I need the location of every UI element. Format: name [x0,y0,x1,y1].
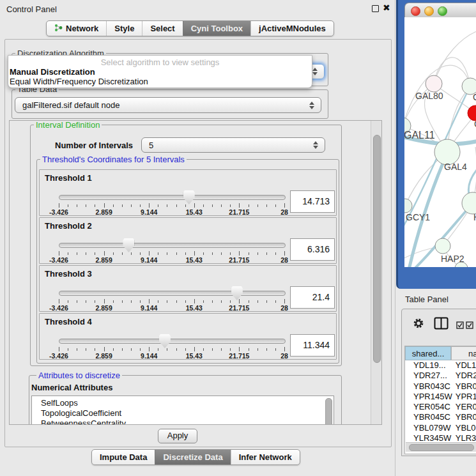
table-row[interactable]: YBL079WYBL0 [405,423,476,433]
threshold-value-field[interactable]: 11.344 [290,334,335,357]
network-view-window[interactable]: GAL80GACGAL11GAL4GCY1HHAP2 [396,0,476,289]
list-scrollbar[interactable] [325,398,332,425]
scrollbar-thumb[interactable] [409,444,474,451]
slider-tick [284,251,285,256]
network-node[interactable] [435,238,450,254]
slider-tick [221,300,222,303]
minimize-light[interactable] [424,6,434,16]
dropdown-option-manual-discretization[interactable]: Manual Discretization [8,67,312,77]
checkbox-icon[interactable] [456,320,464,332]
tab-network[interactable]: Network [47,21,106,36]
slider-thumb[interactable] [183,190,195,204]
tab-select[interactable]: Select [142,21,182,36]
slider-tick [203,348,204,351]
table-row[interactable]: YDR27...YDR2 [405,371,476,381]
cell-name[interactable]: YER0 [453,402,476,412]
column-header-shared-name[interactable]: shared... [405,346,451,360]
float-window-icon[interactable] [372,5,379,12]
tab-cyni-toolbox[interactable]: Cyni Toolbox [183,21,250,36]
slider-thumb[interactable] [231,286,243,300]
cell-name[interactable]: YDL1 [453,360,476,371]
slider-scale-label: 15.43 [186,304,203,312]
checkbox-icon[interactable] [466,320,473,332]
attribute-list-item[interactable]: TopologicalCoefficient [32,408,334,418]
tab-style[interactable]: Style [106,21,142,36]
slider-scale-label: 21.715 [229,352,249,360]
tab-impute-data[interactable]: Impute Data [92,450,155,464]
cell-shared-name[interactable]: YDL19... [405,360,453,371]
threshold-label: Threshold 3 [45,269,92,279]
table-row[interactable]: YPR145WYPR1 [405,392,476,402]
table-data-combobox[interactable]: galFiltered.sif default node [15,97,321,113]
attributes-group-title: Attributes to discretize [36,371,122,380]
table-row[interactable]: YDL19...YDL1 [405,360,476,371]
node-label-gcy1: GCY1 [406,212,430,222]
slider-tick [167,204,167,207]
control-panel-tabbar: Network Style Select Cyni Toolbox jActiv… [46,20,334,36]
apply-button[interactable]: Apply [158,429,197,443]
network-node[interactable] [462,192,476,214]
cell-name[interactable]: YBR0 [453,381,476,392]
cell-name[interactable]: YBR0 [453,412,476,422]
cell-shared-name[interactable]: YDR27... [405,371,453,381]
network-window-titlebar[interactable] [404,3,476,19]
threshold-value-field[interactable]: 6.316 [290,238,335,261]
close-icon[interactable]: ✖ [383,3,390,13]
cell-name[interactable]: YBL0 [453,423,476,433]
slider-track[interactable] [59,243,286,248]
table-row[interactable]: YBR043CYBR0 [405,381,476,392]
network-canvas[interactable]: GAL80GACGAL11GAL4GCY1HHAP2 [404,17,476,267]
column-header-name[interactable]: na [451,346,476,360]
slider-tick [266,348,267,351]
slider-tick [203,252,204,255]
table-row[interactable]: YBR045CYBR0 [405,412,476,422]
tab-infer-network[interactable]: Infer Network [231,450,300,464]
table-row[interactable]: YER054CYER0 [405,402,476,412]
slider-tick [77,300,77,303]
cell-name[interactable]: YPR1 [453,392,476,402]
slider-track[interactable] [59,195,286,200]
cell-shared-name[interactable]: YBL079W [405,423,453,433]
network-edge[interactable] [434,30,476,84]
network-node[interactable] [434,139,460,165]
slider-thumb[interactable] [123,238,134,252]
gear-icon[interactable] [413,318,424,332]
slider-track[interactable] [59,291,286,296]
cell-shared-name[interactable]: YBR045C [405,412,453,422]
slider-tick [113,252,114,255]
cell-shared-name[interactable]: YPR145W [405,392,453,402]
cell-shared-name[interactable]: YBR043C [405,381,453,392]
slider-tick [284,347,285,351]
tab-discretize-data[interactable]: Discretize Data [155,450,230,464]
slider-thumb[interactable] [159,334,171,348]
attribute-list-item[interactable]: BetweennessCentrality [32,418,334,425]
slider-tick [158,348,158,351]
zoom-light[interactable] [438,6,447,16]
number-of-intervals-combobox[interactable]: 5 [141,137,325,153]
settings-vertical-scrollbar[interactable] [371,121,381,424]
slider-tick [158,300,158,303]
threshold-value-field[interactable]: 14.713 [290,190,335,213]
cell-name[interactable]: YDR2 [453,371,476,381]
table-horizontal-scrollbar[interactable] [406,442,476,452]
close-light[interactable] [411,6,420,16]
attribute-list-item[interactable]: SelfLoops [32,398,334,408]
split-columns-icon[interactable] [434,317,449,332]
cell-shared-name[interactable]: YER054C [405,402,453,412]
slider-tick [275,348,276,351]
slider-scale-label: 21.715 [229,304,249,312]
tab-jactivemnodules[interactable]: jActiveMNodules [250,21,334,36]
network-node[interactable] [426,75,442,92]
table-panel: shared... na YDL19...YDL1YDR27...YDR2YBR… [401,309,476,456]
slider-tick [77,204,77,207]
slider-tick [95,300,95,303]
slider-tick [266,252,267,255]
slider-tick [104,251,105,256]
network-graph[interactable]: GAL80GACGAL11GAL4GCY1HHAP2 [404,17,476,267]
threshold-row: Threshold 3 -3.4262.8599.14415.4321.7152… [39,265,337,312]
slider-tick [239,251,240,256]
scrollbar-thumb[interactable] [373,135,381,363]
slider-track[interactable] [59,339,286,344]
threshold-value-field[interactable]: 21.4 [290,286,335,309]
dropdown-option-equal-width-frequency[interactable]: Equal Width/Frequency Discretization [8,77,312,86]
